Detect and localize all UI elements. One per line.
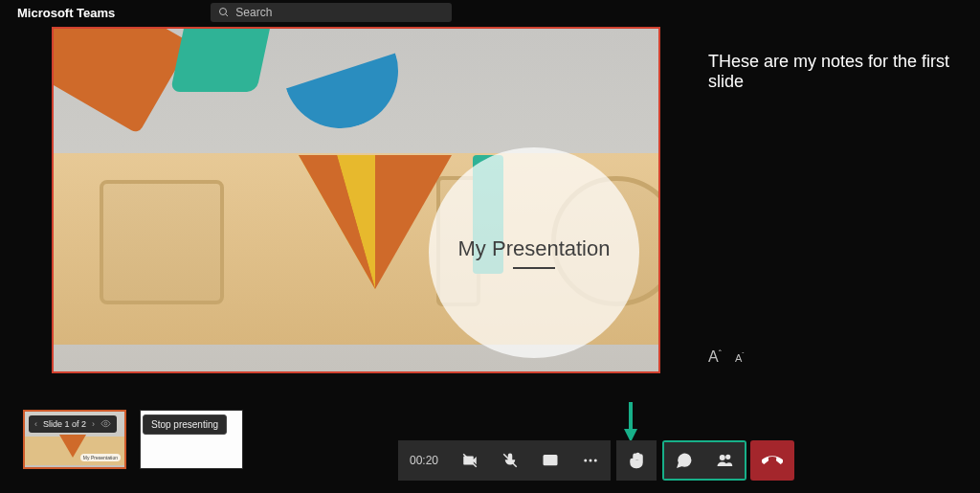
svg-line-1 xyxy=(226,14,229,17)
increase-font-button[interactable]: Aˆ xyxy=(708,347,722,366)
share-screen-button[interactable] xyxy=(530,452,570,469)
app-title: Microsoft Teams xyxy=(17,6,115,20)
hang-up-button[interactable] xyxy=(750,440,794,481)
view-icon[interactable] xyxy=(100,418,111,431)
search-input[interactable]: Search xyxy=(211,3,452,22)
decor-triangle xyxy=(299,155,452,289)
presenter-notes-panel: THese are my notes for the first slide A… xyxy=(660,27,980,373)
svg-point-13 xyxy=(726,455,730,459)
decor-block-teal xyxy=(170,27,272,92)
next-slide-icon[interactable]: › xyxy=(92,419,95,429)
slide-indicator[interactable]: ‹ Slide 1 of 2 › xyxy=(29,415,117,433)
presented-slide: My Presentation xyxy=(52,27,660,373)
svg-point-12 xyxy=(721,456,725,460)
presenter-notes-text: THese are my notes for the first slide xyxy=(708,52,970,92)
raise-hand-button[interactable] xyxy=(616,452,657,469)
slide-title-badge: My Presentation xyxy=(429,147,639,358)
camera-toggle-button[interactable] xyxy=(450,452,490,469)
decrease-font-button[interactable]: Aˇ xyxy=(735,351,745,364)
mic-toggle-button[interactable] xyxy=(490,452,530,469)
title-bar: Microsoft Teams Search xyxy=(0,0,980,25)
stop-presenting-button[interactable]: Stop presenting xyxy=(143,415,227,435)
svg-point-11 xyxy=(594,459,597,462)
svg-point-10 xyxy=(590,459,592,462)
participants-button[interactable] xyxy=(704,452,745,469)
search-placeholder: Search xyxy=(235,6,272,19)
chat-button[interactable] xyxy=(664,452,704,469)
slide-title: My Presentation xyxy=(458,236,611,261)
more-actions-button[interactable] xyxy=(570,452,611,469)
slide-thumbnail-2[interactable]: Stop presenting 2 xyxy=(140,410,243,469)
svg-point-2 xyxy=(104,422,107,425)
svg-point-9 xyxy=(584,459,587,462)
slide-indicator-label: Slide 1 of 2 xyxy=(43,419,86,429)
prev-slide-icon[interactable]: ‹ xyxy=(34,419,37,429)
call-duration: 00:20 xyxy=(398,454,450,467)
svg-point-0 xyxy=(220,9,227,15)
slide-thumbnail-1[interactable]: My Presentation ‹ Slide 1 of 2 › 1 xyxy=(23,410,126,469)
call-control-bar: 00:20 xyxy=(398,440,794,481)
slide-thumbnail-strip: My Presentation ‹ Slide 1 of 2 › 1 Stop … xyxy=(23,410,243,469)
highlighted-controls xyxy=(662,440,746,481)
annotation-arrow xyxy=(622,400,639,446)
search-icon xyxy=(218,7,230,18)
